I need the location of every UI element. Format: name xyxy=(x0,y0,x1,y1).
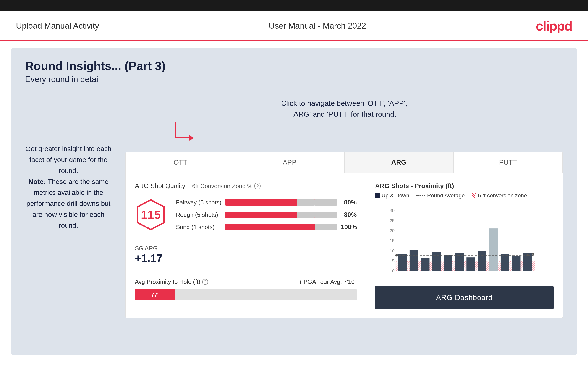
user-manual-date: User Manual - March 2022 xyxy=(269,21,366,31)
bar-fairway-label: Fairway (5 shots) xyxy=(176,199,222,206)
proximity-cursor xyxy=(175,289,175,300)
header: Upload Manual Activity User Manual - Mar… xyxy=(0,11,588,41)
legend-6ft-zone: 6 ft conversion zone xyxy=(472,192,527,199)
proximity-header: Avg Proximity to Hole (ft) ? ↑ PGA Tour … xyxy=(135,278,357,285)
footer: Copyright Clippd 2021 xyxy=(0,362,588,367)
tab-app[interactable]: APP xyxy=(235,152,344,173)
svg-text:10: 10 xyxy=(390,249,395,253)
svg-text:15: 15 xyxy=(390,238,395,243)
svg-text:25: 25 xyxy=(390,218,395,223)
page-subtitle: Every round in detail xyxy=(25,75,563,84)
svg-text:8: 8 xyxy=(532,252,534,257)
svg-rect-24 xyxy=(444,255,452,272)
nav-hint-text: Click to navigate between 'OTT', 'APP','… xyxy=(125,98,563,120)
bar-rough-pct: 80% xyxy=(341,211,357,218)
card-right-section: ARG Shots - Proximity (ft) Up & Down Rou… xyxy=(366,173,563,318)
bar-rough-container xyxy=(225,212,337,218)
legend-round-avg-icon xyxy=(416,195,425,196)
svg-rect-27 xyxy=(478,251,486,271)
svg-rect-26 xyxy=(467,257,475,271)
chart-title: ARG Shots - Proximity (ft) xyxy=(375,182,454,190)
svg-rect-29 xyxy=(501,254,509,271)
arg-proximity-chart: 0 5 10 15 20 25 30 xyxy=(375,207,553,280)
bar-rough: Rough (5 shots) 80% xyxy=(176,211,357,218)
card-body: ARG Shot Quality 6ft Conversion Zone % ? xyxy=(126,173,563,318)
card-left-section: ARG Shot Quality 6ft Conversion Zone % ? xyxy=(126,173,366,318)
chart-header: ARG Shots - Proximity (ft) Up & Down Rou… xyxy=(375,182,553,203)
bar-rough-fill xyxy=(225,212,315,218)
legend-6ft-icon xyxy=(472,193,476,198)
svg-marker-2 xyxy=(189,135,194,141)
conversion-zone-label: 6ft Conversion Zone % ? xyxy=(192,183,260,190)
chart-legend: Up & Down Round Average 6 ft conversion … xyxy=(375,192,527,199)
pga-avg-label: ↑ PGA Tour Avg: 7'10" xyxy=(299,278,357,285)
proximity-bar: 77' xyxy=(135,289,357,300)
legend-round-avg-label: Round Average xyxy=(427,192,465,199)
bar-sand-label: Sand (1 shots) xyxy=(176,224,222,231)
arg-shot-quality-label: ARG Shot Quality xyxy=(135,182,185,190)
svg-point-35 xyxy=(395,254,398,257)
legend-up-down: Up & Down xyxy=(375,192,409,199)
svg-text:0: 0 xyxy=(392,268,395,273)
svg-text:5: 5 xyxy=(392,259,395,263)
svg-rect-25 xyxy=(455,253,464,271)
tab-putt[interactable]: PUTT xyxy=(453,152,563,173)
right-panel: Click to navigate between 'OTT', 'APP','… xyxy=(125,98,563,318)
note-label: Note: xyxy=(28,178,46,185)
proximity-section: Avg Proximity to Hole (ft) ? ↑ PGA Tour … xyxy=(135,271,357,300)
clippd-logo: clippd xyxy=(536,18,572,33)
svg-rect-22 xyxy=(421,259,430,271)
nav-hint-arrow xyxy=(171,120,199,147)
bar-sand: Sand (1 shots) 100% xyxy=(176,223,357,231)
bar-sand-container xyxy=(225,224,337,230)
page-title: Round Insights... (Part 3) xyxy=(25,59,563,73)
tab-arg[interactable]: ARG xyxy=(344,152,454,173)
sg-label: SG ARG xyxy=(135,245,163,252)
nav-hint-container: Click to navigate between 'OTT', 'APP','… xyxy=(125,98,563,147)
bar-sand-fill xyxy=(225,224,337,230)
bar-fairway: Fairway (5 shots) 80% xyxy=(176,199,357,206)
hex-score-value: 115 xyxy=(141,208,161,222)
main-content: Round Insights... (Part 3) Every round i… xyxy=(11,48,577,355)
sg-area: SG ARG +1.17 xyxy=(135,245,357,264)
bar-sand-pct: 100% xyxy=(341,223,357,231)
legend-up-down-label: Up & Down xyxy=(381,192,409,199)
score-hexagon: 115 xyxy=(135,199,167,231)
upload-manual-activity-label: Upload Manual Activity xyxy=(16,21,99,31)
bar-fairway-pct: 80% xyxy=(341,199,357,206)
tab-ott[interactable]: OTT xyxy=(126,152,235,173)
bar-rough-label: Rough (5 shots) xyxy=(176,211,222,218)
svg-text:30: 30 xyxy=(390,208,395,213)
arg-dashboard-button[interactable]: ARG Dashboard xyxy=(375,286,553,309)
top-bar xyxy=(0,0,588,11)
proximity-bar-fill: 77' xyxy=(135,289,175,300)
round-insights-card: OTT APP ARG PUTT ARG Shot Quality 6ft Co… xyxy=(125,152,563,318)
svg-rect-28 xyxy=(489,228,498,271)
bar-fairway-fill xyxy=(225,199,315,206)
proximity-label: Avg Proximity to Hole (ft) ? xyxy=(135,278,208,285)
svg-rect-23 xyxy=(432,252,441,272)
left-panel: Get greater insight into each facet of y… xyxy=(25,98,112,318)
bars-section: Fairway (5 shots) 80% xyxy=(176,199,357,236)
tabs-container: OTT APP ARG PUTT xyxy=(126,152,563,173)
proximity-value: 77' xyxy=(151,292,158,298)
chart-area: 0 5 10 15 20 25 30 xyxy=(375,207,553,282)
svg-rect-21 xyxy=(410,250,418,271)
proximity-help-icon[interactable]: ? xyxy=(202,279,208,285)
sg-value: +1.17 xyxy=(135,252,163,264)
svg-text:20: 20 xyxy=(390,228,395,233)
content-layout: Get greater insight into each facet of y… xyxy=(25,98,563,318)
legend-round-avg: Round Average xyxy=(416,192,465,199)
svg-rect-20 xyxy=(398,254,407,271)
legend-up-down-icon xyxy=(375,193,380,198)
svg-rect-30 xyxy=(512,256,521,271)
description-text: Get greater insight into each facet of y… xyxy=(25,143,112,231)
help-icon[interactable]: ? xyxy=(254,183,260,189)
bar-fairway-container xyxy=(225,199,337,206)
legend-6ft-label: 6 ft conversion zone xyxy=(478,192,527,199)
